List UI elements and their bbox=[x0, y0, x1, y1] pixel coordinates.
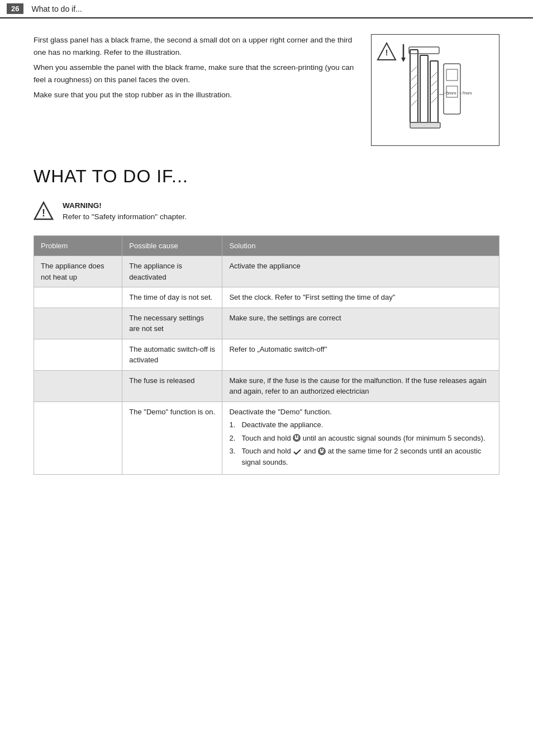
list-text: Touch and hold until an acoustic signal … bbox=[241, 433, 485, 444]
table-row: The necessary settings are not set Make … bbox=[34, 308, 499, 339]
list-text: Deactivate the appliance. bbox=[241, 419, 323, 431]
header-bar: 26 What to do if... bbox=[0, 0, 533, 18]
intro-section: First glass panel has a black frame, the… bbox=[34, 34, 499, 146]
svg-line-9 bbox=[411, 75, 417, 81]
cell-problem-1: The appliance does not heat up bbox=[34, 256, 122, 287]
table-row: The appliance does not heat up The appli… bbox=[34, 256, 499, 287]
list-item: 1. Deactivate the appliance. bbox=[229, 419, 492, 431]
col-header-solution: Solution bbox=[222, 235, 499, 256]
cell-problem-2 bbox=[34, 287, 122, 308]
table-row: The automatic switch-off is activated Re… bbox=[34, 339, 499, 370]
cell-solution-5: Make sure, if the fuse is the cause for … bbox=[222, 370, 499, 401]
intro-para-2: When you assemble the panel with the bla… bbox=[34, 62, 360, 86]
svg-marker-3 bbox=[401, 58, 406, 62]
svg-line-15 bbox=[431, 89, 437, 94]
cell-problem-6 bbox=[34, 401, 122, 475]
col-header-problem: Problem bbox=[34, 235, 122, 256]
diagram-illustration: ! bbox=[371, 34, 499, 146]
svg-line-13 bbox=[431, 72, 437, 78]
warning-icon: ! bbox=[34, 201, 54, 221]
svg-rect-22 bbox=[446, 69, 458, 81]
section-heading: WHAT TO DO IF... bbox=[34, 166, 499, 187]
main-content: First glass panel has a black frame, the… bbox=[0, 18, 533, 490]
list-item: 2. Touch and hold until an acoustic sign… bbox=[229, 433, 492, 444]
warning-body: Refer to "Safety information" chapter. bbox=[63, 211, 187, 223]
table-row: The fuse is released Make sure, if the f… bbox=[34, 370, 499, 401]
cell-problem-3 bbox=[34, 308, 122, 339]
intro-para-1: First glass panel has a black frame, the… bbox=[34, 34, 360, 58]
page-number: 26 bbox=[7, 3, 23, 14]
list-num: 1. bbox=[229, 419, 238, 431]
header-title: What to do if... bbox=[31, 4, 82, 13]
cell-cause-5: The fuse is released bbox=[122, 370, 222, 401]
svg-text:!: ! bbox=[42, 207, 45, 219]
diagram-svg: ! bbox=[377, 39, 494, 142]
svg-line-10 bbox=[411, 83, 417, 89]
list-num: 3. bbox=[229, 446, 238, 467]
checkmark-icon bbox=[293, 448, 302, 455]
svg-rect-20 bbox=[410, 122, 440, 128]
warning-text-block: WARNING! Refer to "Safety information" c… bbox=[63, 200, 187, 223]
cell-cause-4: The automatic switch-off is activated bbox=[122, 339, 222, 370]
list-num: 2. bbox=[229, 433, 238, 444]
svg-text:~7mm: ~7mm bbox=[459, 91, 472, 96]
cell-cause-1: The appliance is deactivated bbox=[122, 256, 222, 287]
cell-cause-2: The time of day is not set. bbox=[122, 287, 222, 308]
power-icon-2 bbox=[318, 447, 326, 455]
col-header-cause: Possible cause bbox=[122, 235, 222, 256]
cell-solution-4: Refer to „Automatic switch-off" bbox=[222, 339, 499, 370]
table-row: The time of day is not set. Set the cloc… bbox=[34, 287, 499, 308]
list-item: 3. Touch and hold and bbox=[229, 446, 492, 467]
power-icon bbox=[293, 434, 301, 442]
trouble-table: Problem Possible cause Solution The appl… bbox=[34, 235, 499, 475]
svg-rect-5 bbox=[420, 55, 428, 122]
cell-solution-2: Set the clock. Refer to "First setting t… bbox=[222, 287, 499, 308]
cell-solution-3: Make sure, the settings are correct bbox=[222, 308, 499, 339]
svg-text:!: ! bbox=[386, 48, 388, 57]
list-text: Touch and hold and at bbox=[241, 446, 492, 467]
svg-line-16 bbox=[431, 97, 437, 103]
cell-solution-1: Activate the appliance bbox=[222, 256, 499, 287]
table-header-row: Problem Possible cause Solution bbox=[34, 235, 499, 256]
solution-intro: Deactivate the "Demo" function. bbox=[229, 408, 331, 416]
cell-solution-6: Deactivate the "Demo" function. 1. Deact… bbox=[222, 401, 499, 475]
cell-cause-6: The "Demo" function is on. bbox=[122, 401, 222, 475]
intro-para-3: Make sure that you put the stop rubber a… bbox=[34, 89, 360, 101]
svg-line-14 bbox=[431, 81, 437, 86]
svg-line-12 bbox=[411, 100, 417, 106]
solution-numbered-list: 1. Deactivate the appliance. 2. Touch an… bbox=[229, 419, 492, 467]
cell-cause-3: The necessary settings are not set bbox=[122, 308, 222, 339]
cell-problem-5 bbox=[34, 370, 122, 401]
svg-text:~5mm: ~5mm bbox=[444, 91, 456, 96]
table-row: The "Demo" function is on. Deactivate th… bbox=[34, 401, 499, 475]
warning-block: ! WARNING! Refer to "Safety information"… bbox=[34, 200, 499, 223]
intro-text: First glass panel has a black frame, the… bbox=[34, 34, 360, 146]
warning-title: WARNING! bbox=[63, 200, 187, 211]
svg-line-11 bbox=[411, 92, 417, 97]
cell-problem-4 bbox=[34, 339, 122, 370]
svg-line-8 bbox=[411, 67, 417, 72]
